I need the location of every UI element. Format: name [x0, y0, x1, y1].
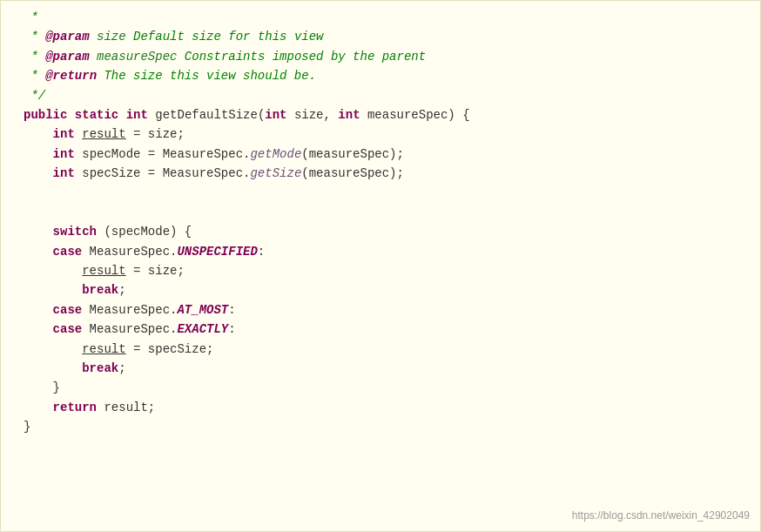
- code-line-22: }: [1, 417, 760, 436]
- code-line-3: * @param measureSpec Constraints imposed…: [1, 47, 760, 66]
- code-line-9: int specSize = MeasureSpec.getSize(measu…: [1, 164, 760, 183]
- code-line-18: result = specSize;: [1, 340, 760, 359]
- code-line-15: break;: [1, 280, 760, 300]
- code-line-8: int specMode = MeasureSpec.getMode(measu…: [1, 145, 760, 164]
- code-line-19: break;: [1, 359, 760, 378]
- code-line-2: * @param size Default size for this view: [1, 27, 760, 46]
- watermark: https://blog.csdn.net/weixin_42902049: [572, 508, 750, 524]
- code-line-21: return result;: [1, 398, 760, 417]
- code-line-13: case MeasureSpec.UNSPECIFIED:: [1, 242, 760, 261]
- code-line-5: */: [1, 86, 760, 105]
- code-line-14: result = size;: [1, 261, 760, 280]
- code-line-16: case MeasureSpec.AT_MOST:: [1, 300, 760, 320]
- code-line-1: *: [1, 8, 760, 27]
- code-line-17: case MeasureSpec.EXACTLY:: [1, 320, 760, 339]
- code-line-4: * @return The size this view should be.: [1, 66, 760, 85]
- code-line-12: switch (specMode) {: [1, 222, 760, 241]
- code-line-7: int result = size;: [1, 125, 760, 144]
- code-container: * * @param size Default size for this vi…: [0, 0, 761, 532]
- code-line-20: }: [1, 378, 760, 397]
- code-line-6: public static int getDefaultSize(int siz…: [1, 105, 760, 125]
- code-line-10: [1, 184, 760, 203]
- code-line-11: [1, 203, 760, 222]
